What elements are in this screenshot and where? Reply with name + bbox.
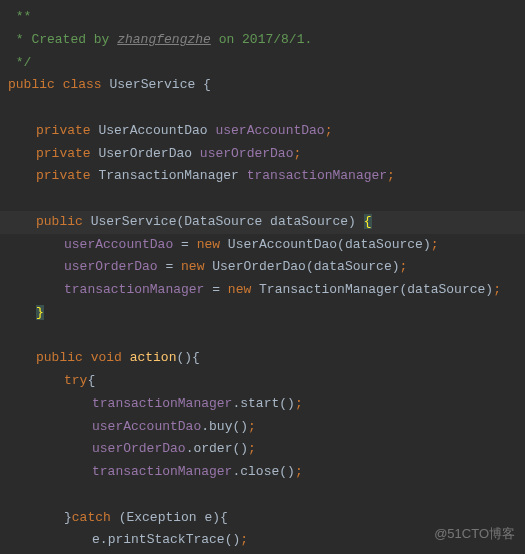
code-line-highlighted: public UserService(DataSource dataSource…: [0, 211, 525, 234]
comment-author: zhangfengzhe: [117, 32, 211, 47]
brace-match: }: [36, 305, 44, 320]
keyword-public: public: [8, 77, 55, 92]
code-line: public void action(){: [0, 347, 525, 370]
code-line: userAccountDao.buy();: [0, 416, 525, 439]
code-line: private TransactionManager transactionMa…: [0, 165, 525, 188]
code-editor[interactable]: ** * Created by zhangfengzhe on 2017/8/1…: [0, 6, 525, 554]
code-line: private UserOrderDao userOrderDao;: [0, 143, 525, 166]
field-name: userAccountDao: [215, 123, 324, 138]
code-line: try{: [0, 370, 525, 393]
blank-line: [0, 97, 525, 120]
code-line: transactionManager = new TransactionMana…: [0, 279, 525, 302]
code-line: transactionManager.close();: [0, 461, 525, 484]
code-line: }: [0, 302, 525, 325]
code-line: userOrderDao.order();: [0, 438, 525, 461]
comment-line: **: [0, 6, 525, 29]
code-line: userAccountDao = new UserAccountDao(data…: [0, 234, 525, 257]
code-line: transactionManager.start();: [0, 393, 525, 416]
blank-line: [0, 325, 525, 348]
blank-line: [0, 484, 525, 507]
method-name: action: [130, 350, 177, 365]
comment-open: **: [8, 9, 31, 24]
comment-close: */: [8, 55, 31, 70]
watermark: @51CTO博客: [434, 523, 515, 546]
blank-line: [0, 188, 525, 211]
comment-line: * Created by zhangfengzhe on 2017/8/1.: [0, 29, 525, 52]
code-line: private UserAccountDao userAccountDao;: [0, 120, 525, 143]
field-name: transactionManager: [247, 168, 387, 183]
keyword-class: class: [63, 77, 102, 92]
class-name: UserService: [109, 77, 195, 92]
code-line: userOrderDao = new UserOrderDao(dataSour…: [0, 256, 525, 279]
code-line: public class UserService {: [0, 74, 525, 97]
comment-line: */: [0, 52, 525, 75]
field-name: userOrderDao: [200, 146, 294, 161]
brace-match: {: [364, 214, 372, 229]
